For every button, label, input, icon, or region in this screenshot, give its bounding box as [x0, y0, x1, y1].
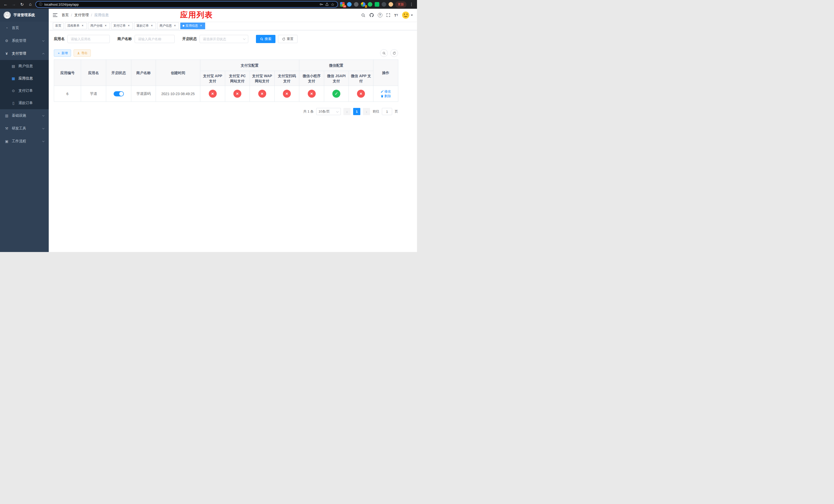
page-size-select[interactable]: 10条/页 [316, 108, 341, 115]
sidebar-item-label: 支付订单 [19, 88, 33, 93]
sidebar-item-refund-orders[interactable]: ▯ 退款订单 [0, 97, 49, 109]
status-select-input[interactable] [199, 35, 248, 43]
github-icon[interactable] [369, 13, 374, 18]
search-icon[interactable] [361, 13, 366, 18]
bookmark-star-icon[interactable]: ☆ [331, 2, 334, 7]
app-logo[interactable]: 芋道管理系统 [0, 9, 49, 22]
add-button[interactable]: ＋ 新增 [54, 49, 71, 56]
pencil-icon [380, 90, 384, 93]
order-icon: ⊙ [11, 89, 15, 93]
app-name-input[interactable] [67, 35, 110, 43]
extension-chat-icon[interactable] [375, 2, 379, 7]
sidebar-item-label: 应用信息 [19, 76, 33, 81]
sidebar-item-payment[interactable]: ¥ 支付管理 [0, 47, 49, 60]
fullscreen-icon[interactable] [386, 13, 390, 17]
edit-link[interactable]: 修改 [380, 89, 391, 94]
tab-app-info[interactable]: 应用信息 × [180, 23, 205, 29]
goto-page-input[interactable] [382, 108, 392, 115]
alipay-pc-status-icon: × [233, 90, 241, 98]
main-area: 首页 / 支付管理 / 应用信息 应用列表 ? TT [49, 9, 417, 252]
breadcrumb: 首页 / 支付管理 / 应用信息 [62, 13, 109, 18]
close-icon[interactable]: × [199, 24, 203, 28]
merchant-name-label: 商户名称 [117, 37, 132, 41]
tab-user-group[interactable]: 用户分组 × [88, 23, 110, 29]
close-icon[interactable]: × [104, 24, 107, 28]
breadcrumb-home[interactable]: 首页 [62, 13, 69, 18]
cell-name: 芋道 [81, 86, 106, 102]
tab-refund-orders[interactable]: 退款订单 × [134, 23, 156, 29]
current-page-button[interactable]: 1 [353, 108, 360, 115]
forward-button[interactable]: → [11, 1, 17, 7]
home-button[interactable]: ⌂ [27, 1, 33, 7]
sidebar-item-workflow[interactable]: ▣ 工作流程 [0, 135, 49, 148]
tab-merchant-info[interactable]: 商户信息 × [157, 23, 179, 29]
search-button[interactable]: 搜索 [256, 35, 276, 43]
extension-pin-icon[interactable] [381, 2, 386, 7]
sidebar-toggle-icon[interactable] [53, 13, 58, 17]
status-toggle[interactable] [114, 91, 124, 96]
pagination-total: 共 1 条 [303, 109, 314, 114]
cell-merchant: 芋道源码 [131, 86, 156, 102]
sidebar-item-merchant-info[interactable]: ▤ 商户信息 [0, 60, 49, 72]
extensions-area: 10 1 [340, 2, 393, 7]
sidebar-item-pay-orders[interactable]: ⊙ 支付订单 [0, 85, 49, 97]
refresh-table-button[interactable] [390, 49, 398, 57]
chevron-up-icon [42, 53, 44, 55]
sidebar-item-system[interactable]: ⚙ 系统管理 [0, 35, 49, 47]
sidebar-item-label: 首页 [12, 26, 19, 30]
app-title: 芋道管理系统 [13, 13, 35, 18]
help-icon[interactable]: ? [378, 13, 382, 18]
reload-button[interactable]: ↻ [19, 1, 25, 7]
font-size-icon[interactable]: TT [394, 13, 398, 18]
status-label: 开启状态 [182, 37, 197, 41]
sidebar-item-app-info[interactable]: ▦ 应用信息 [0, 72, 49, 85]
close-icon[interactable]: × [173, 24, 177, 28]
navbar-actions: ? TT [361, 11, 413, 19]
sidebar-item-label: 基础设施 [12, 113, 26, 118]
next-page-button[interactable]: › [363, 108, 370, 115]
reset-button[interactable]: 重置 [278, 35, 298, 43]
browser-menu-icon[interactable]: ⋮ [409, 2, 414, 7]
sidebar-item-home[interactable]: ◔ 首页 [0, 22, 49, 35]
credit-card-icon: ▤ [11, 64, 15, 68]
site-info-icon[interactable]: ⓘ [39, 2, 42, 7]
extension-badge: 10 [343, 5, 346, 8]
toggle-search-button[interactable] [380, 49, 388, 57]
sidebar-item-infrastructure[interactable]: ▥ 基础设施 [0, 109, 49, 122]
tab-pay-orders[interactable]: 支付订单 × [111, 23, 133, 29]
share-icon[interactable] [325, 3, 329, 6]
close-icon[interactable]: × [81, 24, 84, 28]
address-bar[interactable]: ⓘ localhost:1024/pay/app ☆ [36, 1, 338, 8]
cell-created: 2021-10-23 08:49:25 [156, 86, 200, 102]
extension-drop-icon[interactable] [347, 2, 352, 7]
close-icon[interactable]: × [150, 24, 154, 28]
user-avatar[interactable] [402, 11, 413, 19]
extension-dark-icon[interactable] [354, 2, 358, 7]
merchant-name-input[interactable] [135, 35, 175, 43]
export-button[interactable]: 导出 [73, 49, 91, 56]
col-header-alipay-qr: 支付宝扫码支付 [275, 71, 299, 86]
extension-translate-icon[interactable]: 1 [361, 2, 366, 7]
wechat-lite-status-icon: × [308, 90, 316, 98]
password-key-icon[interactable] [320, 3, 323, 6]
delete-link[interactable]: 删除 [380, 94, 391, 98]
status-select[interactable] [199, 35, 248, 43]
extension-green-icon[interactable] [368, 2, 372, 7]
app-window: ← → ↻ ⌂ ⓘ localhost:1024/pay/app ☆ 10 1 [0, 0, 417, 252]
tab-process-form[interactable]: 流程表单 × [65, 23, 87, 29]
breadcrumb-current: 应用信息 [94, 13, 109, 18]
profile-avatar-icon[interactable] [389, 2, 393, 7]
sidebar: 芋道管理系统 ◔ 首页 ⚙ 系统管理 ¥ 支付管理 ▤ 商户信息 ▦ 应用信息 [0, 9, 49, 252]
close-icon[interactable]: × [127, 24, 131, 28]
page-unit-label: 页 [395, 109, 398, 114]
sidebar-item-dev-tools[interactable]: ⚒ 研发工具 [0, 122, 49, 135]
update-button[interactable]: 更新 [395, 1, 407, 8]
back-button[interactable]: ← [3, 1, 9, 7]
extension-tabs-icon[interactable]: 10 [340, 2, 345, 7]
breadcrumb-payment[interactable]: 支付管理 [74, 13, 89, 18]
prev-page-button[interactable]: ‹ [344, 108, 351, 115]
dashboard-icon: ◔ [5, 26, 9, 30]
url-text: localhost:1024/pay/app [44, 3, 79, 6]
col-header-alipay-wap: 支付宝 WAP 网站支付 [250, 71, 275, 86]
tab-home[interactable]: 首页 [53, 23, 64, 29]
